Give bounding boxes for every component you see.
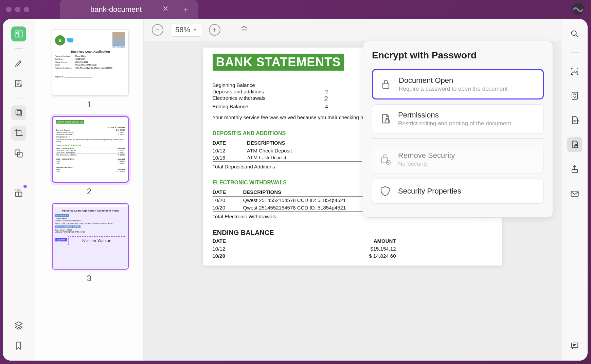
security-properties-option[interactable]: Security Properties (372, 179, 544, 204)
zoom-out-button[interactable]: − (152, 24, 163, 36)
right-toolbar: OCR PDF/A (561, 19, 588, 361)
ocr-tool[interactable]: OCR (567, 64, 582, 79)
svg-rect-4 (17, 110, 21, 116)
permissions-option[interactable]: PermissionsRestrict editing and printing… (372, 104, 544, 133)
search-icon[interactable] (567, 26, 582, 41)
thumbnails-tool[interactable] (11, 26, 26, 41)
pages-tool[interactable] (11, 105, 26, 120)
minimize-window[interactable] (15, 7, 20, 12)
security-tool[interactable] (567, 137, 582, 152)
thumb-number: 1 (52, 100, 126, 109)
deposits-table: DATEDESCRIPTIONS 10/12ATM Check Deposit … (213, 139, 362, 170)
thumbnail-panel: BPHOTOGRAPHY Business Loan Application N… (35, 19, 144, 361)
close-tab-icon[interactable]: ✕ (162, 4, 168, 15)
doc-header: BANK STATEMENTS (213, 54, 344, 71)
shield-icon (379, 185, 391, 197)
left-toolbar (3, 19, 35, 361)
svg-rect-19 (571, 343, 578, 348)
close-window[interactable] (6, 7, 12, 12)
page-lock-icon (379, 113, 391, 125)
svg-rect-14 (572, 92, 577, 99)
thumbnail-3[interactable]: Personal Loan Application Agreement Form… (52, 203, 126, 283)
window-controls (4, 7, 29, 12)
tab-title: bank-document (90, 5, 142, 14)
svg-point-12 (571, 31, 576, 36)
svg-rect-0 (15, 31, 18, 37)
zoom-select[interactable]: 58%▼ (170, 23, 202, 37)
share-tool[interactable] (567, 162, 582, 177)
panel-title: Encrypt with Password (372, 50, 544, 61)
edit-text-tool[interactable] (11, 76, 26, 91)
workspace: BPHOTOGRAPHY Business Loan Application N… (3, 19, 588, 361)
highlight-tool[interactable] (11, 56, 26, 71)
convert-tool[interactable] (567, 88, 582, 103)
titlebar: bank-document ✕ ＋ (0, 0, 591, 19)
svg-rect-18 (571, 191, 578, 196)
document-tab[interactable]: bank-document ✕ ＋ (60, 0, 198, 19)
thumb-number: 2 (52, 187, 126, 196)
thumbnail-2[interactable]: BANK STATEMENTS INSTANCE AMOUNT Beginnin… (52, 116, 126, 196)
svg-rect-2 (16, 80, 21, 87)
svg-rect-3 (16, 109, 20, 115)
svg-rect-10 (382, 158, 388, 163)
crop-tool[interactable] (11, 126, 26, 141)
maximize-window[interactable] (24, 7, 29, 12)
gift-tool[interactable] (11, 185, 26, 200)
bookmark-tool[interactable] (11, 338, 26, 353)
unlock-remove-icon (379, 153, 391, 165)
compare-tool[interactable] (11, 146, 26, 161)
svg-rect-1 (19, 31, 22, 37)
thumbnail-1[interactable]: BPHOTOGRAPHY Business Loan Application N… (52, 29, 126, 109)
layers-tool[interactable] (11, 318, 26, 333)
encrypt-panel: Encrypt with Password Document OpenRequi… (363, 41, 553, 218)
thumb-number: 3 (52, 274, 126, 283)
ending-table: DATEAMOUNT 10/12$15,154.12 10/20$ 14,824… (213, 237, 396, 259)
lock-icon (380, 78, 392, 90)
svg-rect-8 (383, 83, 389, 88)
new-tab-icon[interactable]: ＋ (182, 4, 190, 15)
svg-rect-16 (575, 145, 577, 148)
remove-security-option: Remove SecurityNo Security (372, 145, 544, 174)
app-logo (572, 3, 584, 15)
zoom-in-button[interactable]: + (209, 24, 220, 36)
svg-text:OCR: OCR (572, 70, 578, 73)
comment-tool[interactable] (567, 338, 582, 353)
document-open-option[interactable]: Document OpenRequire a password to open … (372, 69, 544, 99)
view-toolbar: − 58%▼ + (144, 19, 561, 41)
pdfa-tool[interactable]: PDF/A (567, 113, 582, 128)
svg-text:PDF/A: PDF/A (573, 120, 579, 122)
mail-tool[interactable] (567, 186, 582, 201)
collapse-icon[interactable] (240, 25, 249, 35)
